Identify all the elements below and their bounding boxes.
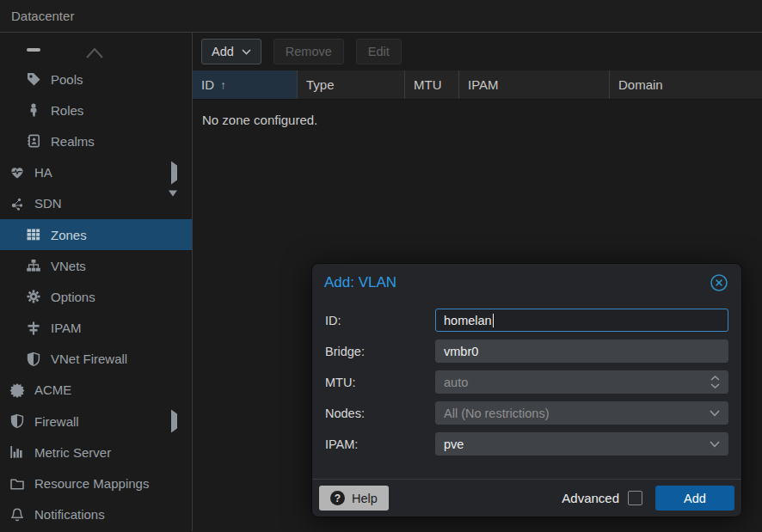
sidebar-item-options[interactable]: Options <box>0 281 192 312</box>
sidebar-item-firewall[interactable]: Firewall <box>0 406 192 437</box>
field-row-id: ID: homelan <box>325 309 728 332</box>
dropdown-trigger[interactable] <box>710 402 720 424</box>
grid-empty-text: No zone configured. <box>193 100 762 140</box>
advanced-toggle: Advanced <box>562 491 642 505</box>
column-header-mtu[interactable]: MTU <box>405 70 459 99</box>
collapse-arrow-icon[interactable] <box>169 196 177 211</box>
mtu-label: MTU: <box>325 376 435 389</box>
sidebar-item-sdn[interactable]: SDN <box>0 188 192 219</box>
dash-icon <box>27 48 40 52</box>
sidebar-item-label: HA <box>34 165 52 180</box>
sidebar-item-zones[interactable]: Zones <box>0 219 192 250</box>
field-row-bridge: Bridge: vmbr0 <box>325 339 728 363</box>
sidebar-item-label: Metric Server <box>34 445 111 460</box>
sidebar-item-realms[interactable]: Realms <box>0 125 192 156</box>
spinner-buttons[interactable] <box>710 371 720 393</box>
tag-icon <box>25 71 41 88</box>
mtu-spinner[interactable]: auto <box>435 370 728 394</box>
nodes-select[interactable]: All (No restrictions) <box>435 401 728 425</box>
sidebar-item-roles[interactable]: Roles <box>0 95 192 125</box>
sidebar-item-label: IPAM <box>51 321 82 335</box>
chevron-down-icon <box>242 49 251 55</box>
add-dropdown-button[interactable]: Add <box>201 39 261 64</box>
chevron-down-icon <box>710 410 720 417</box>
dialog-header[interactable]: Add: VLAN <box>312 264 741 302</box>
bridge-input[interactable]: vmbr0 <box>435 339 728 363</box>
sidebar-item-acme[interactable]: ACME <box>0 375 192 406</box>
grid-icon <box>25 227 41 243</box>
zones-grid-header: ID ↑ Type MTU IPAM Domain <box>193 70 762 100</box>
expand-arrow-icon[interactable] <box>171 165 177 180</box>
sidebar-item-ha[interactable]: HA <box>0 157 192 188</box>
sidebar-item-label: Firewall <box>34 414 79 429</box>
sidebar-item-partial[interactable] <box>0 38 192 64</box>
question-circle-icon: ? <box>330 491 345 505</box>
sort-asc-icon: ↑ <box>220 78 226 92</box>
id-label: ID: <box>325 314 435 327</box>
add-vlan-dialog: Add: VLAN ID: homelan Bridge: vmbr0 MTU: <box>312 264 741 517</box>
dropdown-trigger[interactable] <box>710 433 720 455</box>
spinner-up-icon <box>710 376 720 381</box>
remove-button[interactable]: Remove <box>273 39 344 64</box>
advanced-label: Advanced <box>562 491 619 505</box>
chevron-up-icon <box>85 45 104 64</box>
sidebar-item-resource-mappings[interactable]: Resource Mappings <box>0 468 192 498</box>
chevron-down-icon <box>710 441 720 448</box>
bar-chart-icon <box>9 444 25 461</box>
help-button[interactable]: ? Help <box>319 486 389 511</box>
close-icon <box>709 272 729 293</box>
bell-icon <box>9 506 25 523</box>
user-icon <box>25 102 41 119</box>
sidebar-item-vnet-firewall[interactable]: VNet Firewall <box>0 344 192 375</box>
sidebar-item-label: Pools <box>51 72 83 87</box>
shield-icon <box>25 351 41 367</box>
bridge-label: Bridge: <box>325 345 435 358</box>
sidebar-item-pools[interactable]: Pools <box>0 64 192 95</box>
sliders-icon <box>25 320 41 336</box>
field-row-mtu: MTU: auto <box>325 370 728 394</box>
id-input[interactable]: homelan <box>435 309 728 332</box>
dialog-title: Add: VLAN <box>324 274 396 291</box>
column-header-id[interactable]: ID ↑ <box>193 70 298 99</box>
folder-icon <box>9 475 25 492</box>
sidebar-item-label: Options <box>51 290 95 304</box>
zones-toolbar: Add Remove Edit <box>193 33 762 70</box>
sitemap-icon <box>25 258 41 274</box>
network-nodes-icon <box>9 195 25 211</box>
sidebar-item-label: ACME <box>34 382 71 397</box>
page-title: Datacenter <box>11 9 74 23</box>
shield-icon <box>9 413 25 430</box>
ipam-select[interactable]: pve <box>435 432 728 456</box>
sidebar-item-notifications[interactable]: Notifications <box>0 499 192 530</box>
advanced-checkbox[interactable] <box>628 491 642 505</box>
column-header-domain[interactable]: Domain <box>610 70 762 99</box>
sidebar-item-label: VNets <box>51 259 86 273</box>
column-header-type[interactable]: Type <box>298 70 405 99</box>
sidebar-item-label: Resource Mappings <box>34 476 149 491</box>
field-row-ipam: IPAM: pve <box>325 432 728 456</box>
nodes-label: Nodes: <box>325 407 435 420</box>
sidebar-item-label: SDN <box>34 196 62 211</box>
expand-arrow-icon[interactable] <box>171 414 177 429</box>
text-cursor <box>493 314 494 327</box>
sidebar-item-vnets[interactable]: VNets <box>0 250 192 281</box>
sidebar-item-label: Notifications <box>34 507 105 522</box>
close-button[interactable] <box>709 272 729 293</box>
top-bar: Datacenter <box>0 0 762 33</box>
column-header-ipam[interactable]: IPAM <box>459 70 610 99</box>
add-submit-button[interactable]: Add <box>655 486 734 511</box>
sidebar-item-label: Roles <box>51 103 83 118</box>
edit-button[interactable]: Edit <box>356 39 402 64</box>
dialog-body: ID: homelan Bridge: vmbr0 MTU: auto <box>312 302 741 456</box>
heartbeat-icon <box>9 164 25 180</box>
sidebar-item-label: Zones <box>51 228 87 242</box>
sidebar-item-label: VNet Firewall <box>51 352 127 366</box>
sidebar-item-metric-server[interactable]: Metric Server <box>0 437 192 468</box>
spinner-down-icon <box>710 383 720 388</box>
certificate-icon <box>9 382 25 398</box>
dialog-footer: ? Help Advanced Add <box>312 479 741 517</box>
sidebar-item-ipam[interactable]: IPAM <box>0 313 192 344</box>
gear-icon <box>25 289 41 305</box>
address-book-icon <box>25 133 41 150</box>
field-row-nodes: Nodes: All (No restrictions) <box>325 401 728 425</box>
